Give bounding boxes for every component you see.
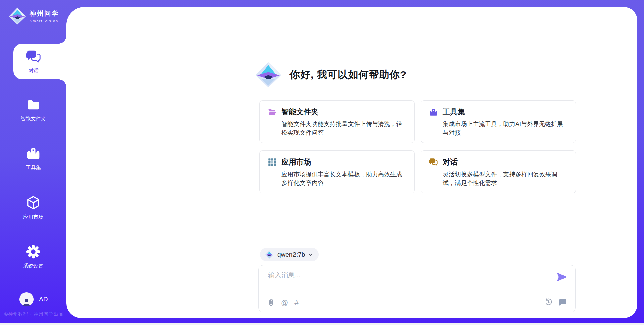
mention-icon[interactable]: @	[281, 299, 288, 306]
message-input[interactable]	[268, 271, 550, 291]
sidebar-item-label: 应用市场	[23, 214, 43, 220]
card-title: 工具集	[443, 107, 465, 117]
user-account[interactable]: AD	[19, 292, 48, 306]
brand-name: 神州问学	[30, 9, 59, 18]
greeting-row: 你好, 我可以如何帮助你?	[254, 61, 407, 89]
gear-icon	[25, 244, 41, 259]
card-smart-folder[interactable]: 智能文件夹 智能文件夹功能支持批量文件上传与清洗，轻松实现文件问答	[259, 100, 415, 143]
chat-icon	[26, 49, 41, 65]
person-icon	[21, 297, 32, 306]
chat-bubble-icon[interactable]	[559, 298, 567, 306]
sidebar-item-app-market[interactable]: 应用市场	[0, 195, 66, 220]
sidebar-item-label: 智能文件夹	[21, 116, 46, 122]
history-icon[interactable]	[545, 298, 552, 306]
sidebar-item-toolset[interactable]: 工具集	[0, 146, 66, 171]
sidebar-item-label: 工具集	[26, 165, 41, 171]
copyright-text: ©神州数码 · 神州问学出品	[4, 311, 64, 317]
folder-open-icon	[268, 108, 277, 117]
greeting-title: 你好, 我可以如何帮助你?	[290, 68, 407, 82]
attachment-icon[interactable]	[267, 298, 275, 306]
bottom-edge-strip	[0, 323, 644, 325]
tab-fillet-bottom	[59, 79, 66, 88]
sidebar-item-label: 对话	[29, 68, 39, 74]
card-toolset[interactable]: 工具集 集成市场上主流工具，助力AI与外界无缝扩展与对接	[421, 100, 576, 143]
feature-cards: 智能文件夹 智能文件夹功能支持批量文件上传与清洗，轻松实现文件问答 工具集 集成…	[259, 100, 576, 193]
card-description: 应用市场提供丰富长文本模板，助力高效生成多样化文章内容	[281, 170, 406, 187]
chevron-down-icon	[308, 252, 313, 257]
sidebar-item-label: 系统设置	[23, 263, 43, 269]
tab-fillet-top	[59, 35, 66, 44]
brand-diamond-icon	[254, 61, 282, 89]
model-logo-icon	[265, 250, 274, 259]
user-initials: AD	[39, 296, 48, 303]
toolbox-icon	[25, 146, 41, 161]
folder-icon	[25, 98, 41, 112]
model-name: qwen2:7b	[277, 251, 305, 258]
card-description: 灵活切换多模型文件，支持多样回复效果调试，满足个性化需求	[443, 170, 568, 187]
card-chat[interactable]: 对话 灵活切换多模型文件，支持多样回复效果调试，满足个性化需求	[421, 150, 576, 193]
message-composer: @ #	[258, 265, 576, 312]
model-selector[interactable]: qwen2:7b	[260, 248, 319, 261]
card-title: 智能文件夹	[281, 107, 318, 117]
sidebar-item-smart-folder[interactable]: 智能文件夹	[0, 98, 66, 122]
brand-diamond-icon	[8, 7, 27, 25]
card-app-market[interactable]: 应用市场 应用市场提供丰富长文本模板，助力高效生成多样化文章内容	[259, 150, 415, 193]
brand-subtitle: Smart Vision	[30, 19, 59, 23]
chat-icon	[429, 158, 438, 167]
grid-icon	[268, 158, 277, 167]
composer-divider	[265, 294, 569, 294]
card-description: 集成市场上主流工具，助力AI与外界无缝扩展与对接	[443, 120, 568, 137]
cube-icon	[25, 195, 41, 210]
toolbox-icon	[429, 108, 438, 117]
app-root: 你好, 我可以如何帮助你? 智能文件夹 智能文件夹功能支持批量文件上传与清洗，轻…	[0, 0, 644, 325]
sidebar: 神州问学 Smart Vision 对话 智能文件夹 工具集 应用市场	[0, 0, 66, 325]
avatar	[19, 292, 34, 306]
sidebar-item-chat[interactable]: 对话	[13, 44, 66, 79]
card-title: 应用市场	[281, 157, 311, 167]
brand-logo: 神州问学 Smart Vision	[8, 7, 59, 25]
main-panel: 你好, 我可以如何帮助你? 智能文件夹 智能文件夹功能支持批量文件上传与清洗，轻…	[66, 7, 637, 318]
card-title: 对话	[443, 157, 458, 167]
hash-icon[interactable]: #	[294, 299, 299, 306]
sidebar-item-settings[interactable]: 系统设置	[0, 244, 66, 269]
send-icon[interactable]	[556, 272, 567, 282]
card-description: 智能文件夹功能支持批量文件上传与清洗，轻松实现文件问答	[281, 120, 406, 137]
